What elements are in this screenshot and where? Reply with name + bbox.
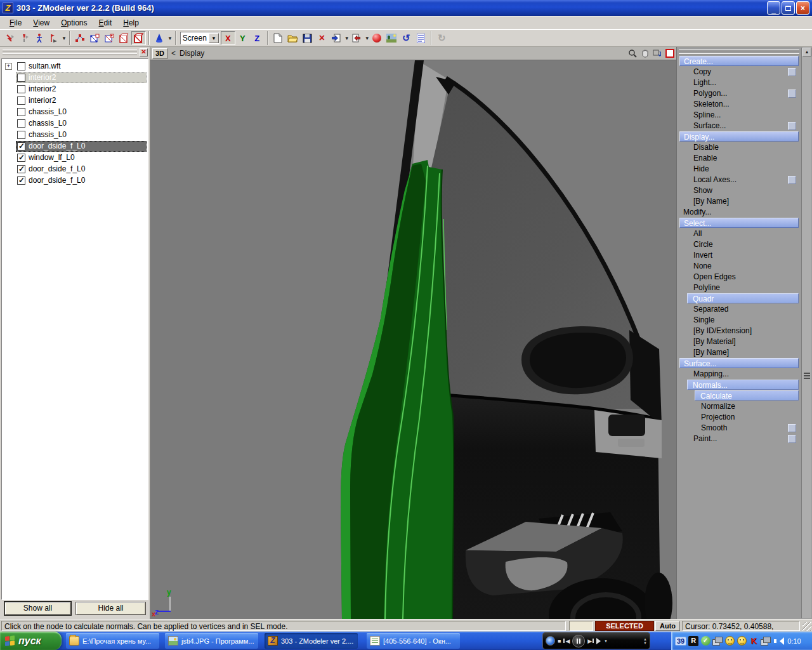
tree-item[interactable]: door_dside_f_L0: [16, 175, 147, 186]
command-scrollbar[interactable]: ▲: [801, 48, 811, 618]
command-item-6[interactable]: Surface...: [693, 121, 726, 131]
command-header-15[interactable]: Select...: [679, 218, 799, 228]
export-dropdown-caret[interactable]: ▼: [365, 36, 370, 41]
volume-button[interactable]: ▾: [596, 638, 607, 644]
tree-checkbox[interactable]: [17, 142, 25, 150]
expand-toggle-icon[interactable]: +: [5, 63, 12, 70]
command-selected-31[interactable]: Calculate: [695, 390, 799, 401]
rstar-tray-icon[interactable]: R: [688, 636, 698, 646]
viewport-maximize-button[interactable]: [665, 49, 674, 58]
kaspersky-icon[interactable]: K: [749, 636, 759, 646]
command-option-box[interactable]: [788, 68, 796, 76]
tree-item[interactable]: window_lf_L0: [16, 152, 147, 163]
volume-tray-icon[interactable]: [773, 636, 783, 646]
command-item-17[interactable]: Circle: [693, 239, 713, 249]
menu-item-file[interactable]: File: [4, 17, 27, 29]
deskband-spin-buttons[interactable]: ▲▼: [643, 637, 647, 645]
command-item-4[interactable]: Skeleton...: [693, 99, 730, 109]
command-item-10[interactable]: Hide: [693, 164, 709, 174]
previous-button[interactable]: ◀: [563, 638, 570, 644]
messenger-icon[interactable]: [724, 636, 735, 646]
command-item-13[interactable]: [By Name]: [693, 196, 729, 206]
resize-grip-icon[interactable]: [802, 622, 811, 631]
command-item-8[interactable]: Disable: [693, 142, 719, 152]
panel-grip[interactable]: [679, 50, 799, 51]
tree-checkbox[interactable]: [17, 85, 25, 93]
tree-item[interactable]: door_dside_f_L0: [16, 164, 147, 175]
close-button[interactable]: ×: [796, 1, 809, 15]
tree-row[interactable]: chassis_L0: [2, 117, 148, 129]
command-option-box[interactable]: [788, 90, 796, 98]
polygons-mode-button[interactable]: [102, 31, 117, 45]
move-tool-button[interactable]: [3, 31, 17, 45]
tree-checkbox[interactable]: [17, 96, 25, 105]
delete-button[interactable]: ×: [315, 31, 329, 45]
tree-row[interactable]: door_dside_f_L0: [2, 163, 148, 175]
view-mode-combo[interactable]: Screen ▼: [180, 32, 219, 44]
command-item-18[interactable]: Invert: [693, 250, 712, 260]
stop-button[interactable]: ■: [558, 638, 561, 644]
command-item-25[interactable]: [By ID/Extension]: [693, 326, 752, 336]
taskbar-task-0[interactable]: E:\Прочая хрень му...: [66, 633, 159, 649]
tree-checkbox[interactable]: [17, 62, 25, 70]
minimize-button[interactable]: _: [767, 1, 780, 15]
material-editor-button[interactable]: [370, 31, 384, 45]
save-file-button[interactable]: [300, 31, 315, 45]
objects-mode-button[interactable]: [117, 31, 131, 45]
taskbar-task-3[interactable]: [405-556-640] - Окн...: [367, 633, 460, 649]
tree-checkbox[interactable]: [17, 165, 25, 173]
tree-checkbox[interactable]: [17, 119, 25, 128]
tree-item[interactable]: sultan.wft: [16, 61, 147, 72]
menu-item-help[interactable]: Help: [117, 17, 145, 29]
tree-checkbox[interactable]: [17, 176, 25, 185]
tree-checkbox[interactable]: [17, 74, 25, 82]
antivirus-ok-icon[interactable]: ✓: [700, 636, 710, 646]
command-item-27[interactable]: [By Name]: [693, 347, 729, 357]
menu-item-view[interactable]: View: [27, 17, 55, 29]
command-item-5[interactable]: Spline...: [693, 110, 721, 120]
network-icon[interactable]: [712, 636, 723, 646]
pan-tool-button[interactable]: [639, 48, 650, 58]
language-indicator[interactable]: 39: [675, 637, 686, 646]
axis-x-button[interactable]: X: [221, 31, 235, 45]
command-option-box[interactable]: [788, 176, 796, 184]
export-button[interactable]: [350, 31, 364, 45]
selected-mode-button[interactable]: [131, 31, 146, 45]
command-selected-22[interactable]: Quadr: [687, 293, 799, 303]
axes-cone-button[interactable]: [152, 31, 167, 45]
start-button[interactable]: пуск: [0, 632, 62, 650]
panel-close-button[interactable]: ✕: [140, 48, 148, 56]
command-item-1[interactable]: Copy: [693, 67, 711, 77]
command-item-21[interactable]: Polyline: [693, 282, 720, 293]
bones-tool-button[interactable]: [46, 31, 61, 45]
environment-button[interactable]: [384, 31, 399, 45]
zoom-tool-button[interactable]: [627, 48, 638, 58]
tree-row[interactable]: chassis_L0: [2, 129, 148, 140]
log-button[interactable]: [414, 31, 428, 45]
show-all-button[interactable]: Show all: [4, 602, 71, 615]
skeleton-tool-button[interactable]: [32, 31, 46, 45]
panel-grip[interactable]: [3, 53, 137, 55]
command-item-23[interactable]: Separated: [693, 304, 728, 314]
media-player-logo-icon[interactable]: [546, 636, 555, 646]
command-item-16[interactable]: All: [693, 229, 702, 239]
command-item-33[interactable]: Projection: [701, 412, 735, 422]
tree-row[interactable]: interior2: [2, 83, 148, 95]
import-button[interactable]: [329, 31, 344, 45]
media-player-deskband[interactable]: ■ ◀ ▶ ▾ ▲▼: [542, 632, 650, 649]
tree-item[interactable]: chassis_L0: [16, 107, 147, 117]
command-item-11[interactable]: Local Axes...: [693, 175, 737, 185]
tree-item[interactable]: chassis_L0: [16, 118, 147, 129]
command-item-12[interactable]: Show: [693, 185, 712, 196]
next-button[interactable]: ▶: [587, 638, 594, 644]
tree-checkbox[interactable]: [17, 131, 25, 139]
tree-item[interactable]: interior2: [16, 95, 147, 106]
command-item-14[interactable]: Modify...: [683, 207, 711, 217]
command-header-0[interactable]: Create...: [679, 56, 799, 66]
scroll-up-icon[interactable]: ▲: [802, 48, 811, 56]
orbit-tool-button[interactable]: [652, 48, 662, 58]
command-header-7[interactable]: Display...: [679, 131, 799, 142]
tree-item[interactable]: door_dside_f_L0: [16, 141, 147, 152]
tree-item[interactable]: interior2: [16, 84, 147, 95]
command-item-29[interactable]: Mapping...: [693, 369, 729, 379]
